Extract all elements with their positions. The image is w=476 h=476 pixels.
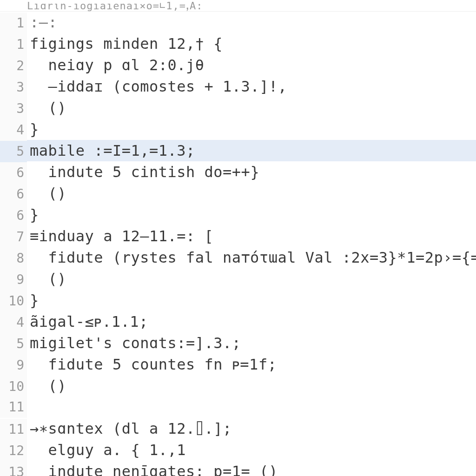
line-number: 3 <box>0 77 27 98</box>
line-content[interactable]: mabile :=I=1,=1.3; <box>27 140 195 161</box>
line-content[interactable]: —iddaɪ (comostes + 1.3.]!, <box>27 76 287 97</box>
line-content[interactable]: } <box>27 119 39 140</box>
code-line[interactable]: 11 <box>0 397 476 418</box>
code-line[interactable]: 6 () <box>0 183 476 204</box>
line-number: 5 <box>0 333 27 355</box>
code-line[interactable]: 2 neiɑy p ɑl 2:0.jθ <box>0 54 476 76</box>
code-area[interactable]: 1:—:1figings minden 12,† {2 neiɑy p ɑl 2… <box>0 12 476 476</box>
code-line[interactable]: 5mabile :=I=1,=1.3; <box>0 140 476 161</box>
code-line[interactable]: 5migilet's conɑts:=].3.; <box>0 332 476 354</box>
code-line[interactable]: 6 indute 5 cintish do=++} <box>0 161 476 183</box>
line-number: 4 <box>0 312 27 333</box>
line-number: 10 <box>0 291 27 312</box>
line-content[interactable]: indute 5 cintish do=++} <box>27 161 259 183</box>
line-number: 12 <box>0 440 27 462</box>
line-number: 6 <box>0 205 27 226</box>
line-content[interactable]: ≡induay a 12–11.=: [ <box>27 225 213 247</box>
code-line[interactable]: 12 elguy a. { 1.,1 <box>0 439 476 461</box>
code-line[interactable]: 13 indute nenīgates: p=1= () <box>0 461 476 476</box>
code-line[interactable]: 11→∗sɑntex (dl a 12.⌷.]; <box>0 418 476 439</box>
line-number: 5 <box>0 141 27 162</box>
code-line[interactable]: 4} <box>0 119 476 140</box>
line-content[interactable]: indute nenīgates: p=1= () <box>27 461 278 476</box>
line-number: 4 <box>0 119 27 141</box>
code-line[interactable]: 1figings minden 12,† { <box>0 33 476 54</box>
line-content[interactable]: ãigal-≤ᴘ.1.1; <box>27 311 148 332</box>
line-content[interactable]: fidute 5 countes fn ᴘ=1f; <box>27 354 277 375</box>
line-number: 11 <box>0 397 27 418</box>
code-line[interactable]: 8 fidute (rystes fal naᴛότɯal Val :2x=3}… <box>0 247 476 268</box>
line-number: 9 <box>0 355 27 376</box>
code-line[interactable]: 6} <box>0 204 476 225</box>
line-content[interactable]: fidute (rystes fal naᴛότɯal Val :2x=3}*1… <box>27 247 476 268</box>
line-content[interactable]: elguy a. { 1.,1 <box>27 439 186 461</box>
line-number: 11 <box>0 419 27 440</box>
line-content[interactable]: migilet's conɑts:=].3.; <box>27 332 241 354</box>
line-number: 6 <box>0 184 27 205</box>
line-content[interactable]: neiɑy p ɑl 2:0.jθ <box>27 54 205 76</box>
line-content[interactable]: () <box>27 183 66 204</box>
code-line[interactable]: 3 () <box>0 97 476 119</box>
line-number: 9 <box>0 269 27 291</box>
line-number: 13 <box>0 462 27 476</box>
code-line[interactable]: 3 —iddaɪ (comostes + 1.3.]!, <box>0 76 476 97</box>
code-line[interactable]: 10 () <box>0 375 476 397</box>
line-number: 8 <box>0 248 27 269</box>
code-line[interactable]: 9 fidute 5 countes fn ᴘ=1f; <box>0 354 476 375</box>
line-content[interactable]: () <box>27 97 66 119</box>
line-content[interactable]: () <box>27 268 66 290</box>
line-content[interactable]: figings minden 12,† { <box>27 33 223 54</box>
line-content[interactable]: } <box>27 290 39 311</box>
line-number: 1 <box>0 34 27 55</box>
breadcrumb-bar: Lıɑrιn-ıogıaıenaı×o=∟1,=ꓹA: <box>0 0 476 12</box>
code-line[interactable]: 4ãigal-≤ᴘ.1.1; <box>0 311 476 332</box>
line-number: 1 <box>0 13 27 34</box>
code-line[interactable]: 7≡induay a 12–11.=: [ <box>0 225 476 247</box>
line-content[interactable]: } <box>27 204 39 225</box>
line-content[interactable]: →∗sɑntex (dl a 12.⌷.]; <box>27 418 232 439</box>
line-number: 2 <box>0 55 27 77</box>
code-line[interactable]: 10} <box>0 290 476 311</box>
line-number: 10 <box>0 376 27 397</box>
breadcrumb-text: Lıɑrιn-ıogıaıenaı×o=∟1,=ꓹA: <box>27 0 203 12</box>
line-content[interactable]: :—: <box>27 12 57 33</box>
line-number: 6 <box>0 162 27 184</box>
line-number: 3 <box>0 98 27 119</box>
code-editor[interactable]: Lıɑrιn-ıogıaıenaı×o=∟1,=ꓹA: 1:—:1figings… <box>0 0 476 476</box>
line-number: 7 <box>0 226 27 248</box>
code-line[interactable]: 9 () <box>0 268 476 290</box>
line-content[interactable]: () <box>27 375 66 397</box>
code-line[interactable]: 1:—: <box>0 12 476 33</box>
